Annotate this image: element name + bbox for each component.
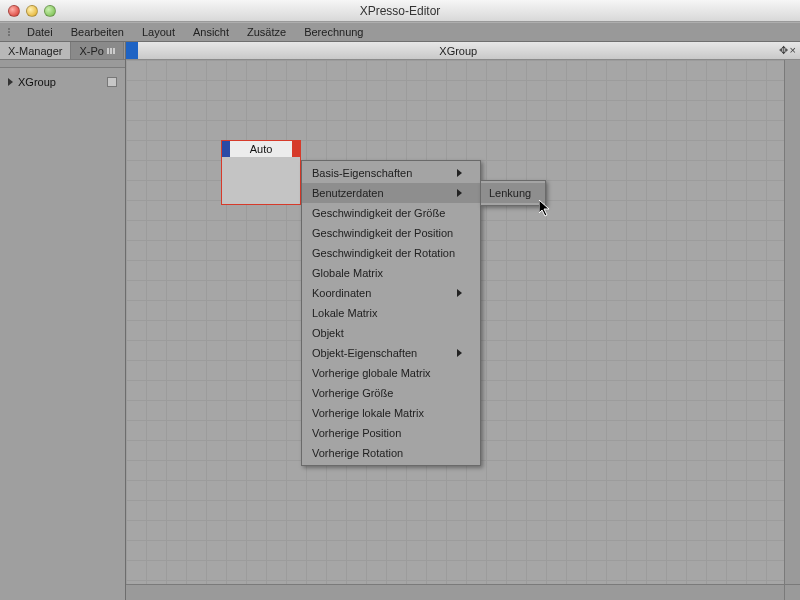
tab-label: X-Manager xyxy=(8,45,62,57)
menu-item-globale-matrix[interactable]: Globale Matrix xyxy=(302,263,480,283)
canvas-header: XGroup ✥ × xyxy=(126,42,800,60)
vertical-scrollbar[interactable] xyxy=(784,60,800,584)
window-controls xyxy=(0,5,56,17)
menu-item-vorherige-position[interactable]: Vorherige Position xyxy=(302,423,480,443)
tab-label: X-Po xyxy=(79,45,103,57)
node-output-port[interactable] xyxy=(292,141,300,157)
menu-bearbeiten[interactable]: Bearbeiten xyxy=(62,23,133,41)
disclosure-triangle-icon[interactable] xyxy=(8,78,13,86)
audio-icon xyxy=(107,48,115,54)
menubar: Datei Bearbeiten Layout Ansicht Zusätze … xyxy=(0,22,800,42)
menu-zusaetze[interactable]: Zusätze xyxy=(238,23,295,41)
menu-item-benutzerdaten[interactable]: Benutzerdaten xyxy=(302,183,480,203)
scroll-corner xyxy=(784,584,800,600)
node-input-port[interactable] xyxy=(222,141,230,157)
menu-item-objekt-eigenschaften[interactable]: Objekt-Eigenschaften xyxy=(302,343,480,363)
minimize-icon[interactable] xyxy=(26,5,38,17)
header-handle[interactable] xyxy=(126,42,138,59)
menu-berechnung[interactable]: Berechnung xyxy=(295,23,372,41)
menu-item-basis-eigenschaften[interactable]: Basis-Eigenschaften xyxy=(302,163,480,183)
menu-item-geschwindigkeit-position[interactable]: Geschwindigkeit der Position xyxy=(302,223,480,243)
grip-icon[interactable] xyxy=(4,28,14,36)
context-menu: Basis-Eigenschaften Benutzerdaten Geschw… xyxy=(301,160,481,466)
tree-item-xgroup[interactable]: XGroup xyxy=(8,74,117,90)
window-titlebar: XPresso-Editor xyxy=(0,0,800,22)
menu-item-koordinaten[interactable]: Koordinaten xyxy=(302,283,480,303)
menu-item-objekt[interactable]: Objekt xyxy=(302,323,480,343)
close-panel-icon[interactable]: × xyxy=(790,44,796,57)
menu-datei[interactable]: Datei xyxy=(18,23,62,41)
close-icon[interactable] xyxy=(8,5,20,17)
tab-x-pool[interactable]: X-Po xyxy=(71,42,123,59)
node-name: Auto xyxy=(230,143,292,155)
tree-item-icon xyxy=(107,77,117,87)
tree: XGroup xyxy=(0,68,125,600)
node-header[interactable]: Auto xyxy=(222,141,300,157)
node-auto[interactable]: Auto xyxy=(221,140,301,205)
window-title: XPresso-Editor xyxy=(56,4,744,18)
sidebar-tabs: X-Manager X-Po xyxy=(0,42,125,60)
sidebar: X-Manager X-Po XGroup xyxy=(0,42,126,600)
tab-x-manager[interactable]: X-Manager xyxy=(0,42,71,59)
context-submenu: Lenkung xyxy=(480,180,546,206)
menu-item-vorherige-globale-matrix[interactable]: Vorherige globale Matrix xyxy=(302,363,480,383)
menu-item-vorherige-groesse[interactable]: Vorherige Größe xyxy=(302,383,480,403)
menu-item-geschwindigkeit-groesse[interactable]: Geschwindigkeit der Größe xyxy=(302,203,480,223)
menu-item-vorherige-rotation[interactable]: Vorherige Rotation xyxy=(302,443,480,463)
menu-item-vorherige-lokale-matrix[interactable]: Vorherige lokale Matrix xyxy=(302,403,480,423)
expand-icon[interactable]: ✥ xyxy=(779,44,788,57)
menu-item-lenkung[interactable]: Lenkung xyxy=(481,183,545,203)
tree-item-label: XGroup xyxy=(18,76,102,88)
separator xyxy=(0,60,125,68)
horizontal-scrollbar[interactable] xyxy=(126,584,784,600)
menu-layout[interactable]: Layout xyxy=(133,23,184,41)
zoom-icon[interactable] xyxy=(44,5,56,17)
main-panel: XGroup ✥ × Auto Basis-Eigenschaften Benu… xyxy=(126,42,800,600)
node-canvas[interactable]: Auto Basis-Eigenschaften Benutzerdaten G… xyxy=(126,60,800,600)
menu-ansicht[interactable]: Ansicht xyxy=(184,23,238,41)
menu-item-geschwindigkeit-rotation[interactable]: Geschwindigkeit der Rotation xyxy=(302,243,480,263)
canvas-title: XGroup xyxy=(138,45,779,57)
menu-item-lokale-matrix[interactable]: Lokale Matrix xyxy=(302,303,480,323)
